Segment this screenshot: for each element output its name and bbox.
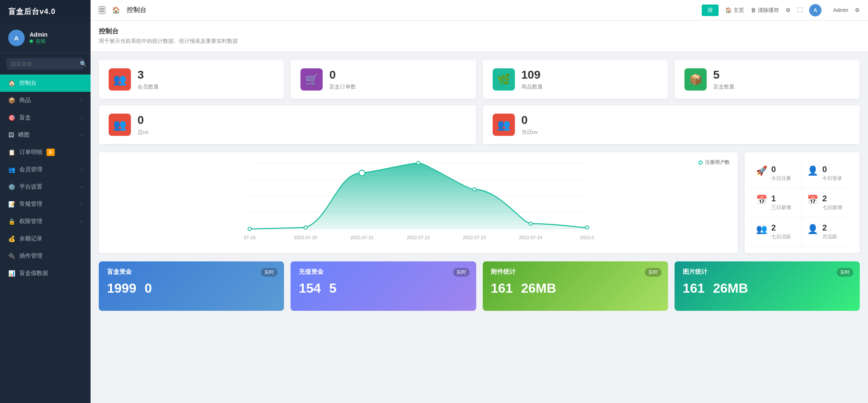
sidebar-item-balance[interactable]: 💰 余额记录 xyxy=(0,230,91,247)
menu-item-left: 🎯 盲盒 xyxy=(8,114,31,121)
menu-toggle-button[interactable]: ☰ xyxy=(99,6,105,14)
panel-stat-label: 月活跃 xyxy=(822,233,837,240)
page-header: 控制台 用于展示当前系统中的统计数据、统计报表及重要实时数据 xyxy=(91,21,868,52)
bottom-card-values: 1999 0 xyxy=(107,281,276,296)
status-dot xyxy=(30,40,33,43)
search-input[interactable] xyxy=(11,61,80,67)
stat-label: 会员数量 xyxy=(137,83,274,91)
menu-item-left: ⚙️ 平台设置 xyxy=(8,183,42,191)
svg-text:2022-07-22: 2022-07-22 xyxy=(407,235,430,240)
menu-item-left: 📝 常规管理 xyxy=(8,200,42,208)
bottom-card-blind_fund: 盲盒资金 实时 1999 0 xyxy=(99,261,284,311)
avatar: A xyxy=(8,30,25,46)
menu-item-left: 📊 盲盒假数据 xyxy=(8,270,48,277)
svg-point-7 xyxy=(359,170,365,176)
menu-item-label: 插件管理 xyxy=(19,252,42,260)
menu-item-label: 会员管理 xyxy=(19,166,42,173)
stats-row-2: 👥 0 总uv 👥 0 当日uv xyxy=(99,105,860,144)
sidebar-item-plugins[interactable]: 🔌 插件管理 xyxy=(0,247,91,265)
svg-text:07-19: 07-19 xyxy=(244,235,255,240)
fullscreen-button[interactable]: ⛶ xyxy=(797,7,803,13)
svg-text:2022-07-21: 2022-07-21 xyxy=(350,235,373,240)
goods-icon: 📦 xyxy=(8,97,15,104)
month_active-icon: 👤 xyxy=(807,224,818,235)
bottom-card-badge: 实时 xyxy=(645,268,661,277)
fullscreen-icon: ⛶ xyxy=(797,7,803,13)
stat-label: 盲盒数量 xyxy=(713,83,850,91)
topbar-gear-icon[interactable]: ⚙ xyxy=(855,7,860,13)
area-chart: 07-19 2022-07-20 2022-07-21 2022-07-22 2… xyxy=(105,159,731,241)
panel-stat-value: 0 xyxy=(822,165,842,174)
search-top-button[interactable]: 搜 xyxy=(702,5,719,16)
panel-stat-seven_day_new: 📅 2 七日新增 xyxy=(802,188,853,217)
bottom-card-val-1: 161 xyxy=(491,281,513,296)
menu-item-left: 📦 商品 xyxy=(8,97,31,104)
settings-icon-button[interactable]: ⚙ xyxy=(786,7,791,13)
sidebar-item-dashboard[interactable]: 🏠 控制台 xyxy=(0,75,91,92)
sidebar-search[interactable]: 🔍 xyxy=(7,58,84,70)
showmap-icon: 🖼 xyxy=(8,132,14,138)
menu-item-left: 🔌 插件管理 xyxy=(8,252,42,260)
clear-cache-button[interactable]: 🗑 清除缓存 xyxy=(751,7,779,14)
menu-arrow-icon: ‹ xyxy=(81,98,82,103)
bottom-card-recharge_fund: 充值资金 实时 154 5 xyxy=(291,261,476,311)
stat-value: 0 xyxy=(137,114,466,127)
topbar-avatar[interactable]: A xyxy=(809,4,821,16)
settings-icon: ⚙️ xyxy=(8,184,15,190)
stat-info: 109 商品数量 xyxy=(521,68,658,91)
panel-stat-seven_day_active: 👥 2 七日活跃 xyxy=(751,217,802,247)
home-button[interactable]: 🏠 主页 xyxy=(725,7,744,14)
sidebar-item-goods[interactable]: 📦 商品 ‹ xyxy=(0,92,91,109)
stat-label: 盲盒订单数 xyxy=(329,83,466,91)
orders-icon: 🛒 xyxy=(300,68,323,91)
sidebar-item-settings[interactable]: ⚙️ 平台设置 ‹ xyxy=(0,178,91,196)
sidebar-menu: 🏠 控制台 📦 商品 ‹ 🎯 盲盒 ‹ 🖼 晒图 ‹ 📋 订单明细 新 xyxy=(0,75,91,403)
sidebar-item-orders[interactable]: 📋 订单明细 新 xyxy=(0,144,91,161)
stats-row-1: 👥 3 会员数量 🛒 0 盲盒订单数 🌿 109 商品数量 📦 5 盲盒数量 xyxy=(99,60,860,99)
bottom-card-title: 附件统计 xyxy=(491,268,660,276)
stat-value: 3 xyxy=(137,68,274,82)
stat-label: 总uv xyxy=(137,128,466,136)
badge-new: 新 xyxy=(47,149,55,156)
bottom-card-val-1: 154 xyxy=(299,281,321,296)
svg-point-8 xyxy=(417,161,420,165)
menu-item-label: 权限管理 xyxy=(19,218,42,225)
svg-text:2022-07-24: 2022-07-24 xyxy=(519,235,542,240)
bottom-card-badge: 实时 xyxy=(453,268,470,277)
menu-item-left: 📋 订单明细 新 xyxy=(8,149,55,156)
sidebar-item-mockdata[interactable]: 📊 盲盒假数据 xyxy=(0,265,91,282)
trash-icon: 🗑 xyxy=(751,7,756,13)
panel-stat-label: 七日活跃 xyxy=(771,233,791,240)
page-icon: 🏠 xyxy=(112,6,120,14)
right-stats-panel: 🚀 0 今日注册 👤 0 今日登录 📅 1 三日新增 📅 2 七日新增 👥 2 … xyxy=(745,152,860,253)
sidebar-item-general[interactable]: 📝 常规管理 ‹ xyxy=(0,196,91,213)
today_uv-icon: 👥 xyxy=(493,114,515,136)
menu-arrow-icon: ‹ xyxy=(81,167,82,172)
user-profile: A Admin 在线 xyxy=(0,23,91,53)
stat-info: 5 盲盒数量 xyxy=(713,68,850,91)
svg-point-5 xyxy=(248,227,251,231)
menu-item-label: 控制台 xyxy=(19,79,37,87)
user-name: Admin xyxy=(30,31,48,38)
bottom-cards: 盲盒资金 实时 1999 0 充值资金 实时 154 5 附件统计 实时 161… xyxy=(99,261,860,311)
permissions-icon: 🔒 xyxy=(8,218,15,225)
svg-text:2022-07-20: 2022-07-20 xyxy=(294,235,317,240)
bottom-card-val-2: 26MB xyxy=(521,281,556,296)
menu-item-left: 👥 会员管理 xyxy=(8,166,42,173)
blindbox-icon: 🎯 xyxy=(8,114,15,121)
sidebar-item-permissions[interactable]: 🔒 权限管理 ‹ xyxy=(0,213,91,230)
chart-section: 注册用户数 xyxy=(99,152,860,253)
stat-info: 0 当日uv xyxy=(521,114,850,136)
svg-point-11 xyxy=(586,226,589,229)
search-icon: 🔍 xyxy=(80,61,87,67)
topbar-right: 搜 🏠 主页 🗑 清除缓存 ⚙ ⛶ A Admin ⚙ xyxy=(702,4,860,16)
sidebar-item-members[interactable]: 👥 会员管理 ‹ xyxy=(0,161,91,178)
topbar-admin-label: Admin xyxy=(833,7,848,13)
legend-label: 注册用户数 xyxy=(705,159,730,166)
menu-item-left: 🔒 权限管理 xyxy=(8,218,42,225)
sidebar-item-blindbox[interactable]: 🎯 盲盒 ‹ xyxy=(0,109,91,126)
sidebar-item-showmap[interactable]: 🖼 晒图 ‹ xyxy=(0,126,91,144)
svg-point-6 xyxy=(304,226,307,229)
panel-stat-label: 今日注册 xyxy=(771,175,791,182)
panel-stat-label: 三日新增 xyxy=(771,204,791,211)
